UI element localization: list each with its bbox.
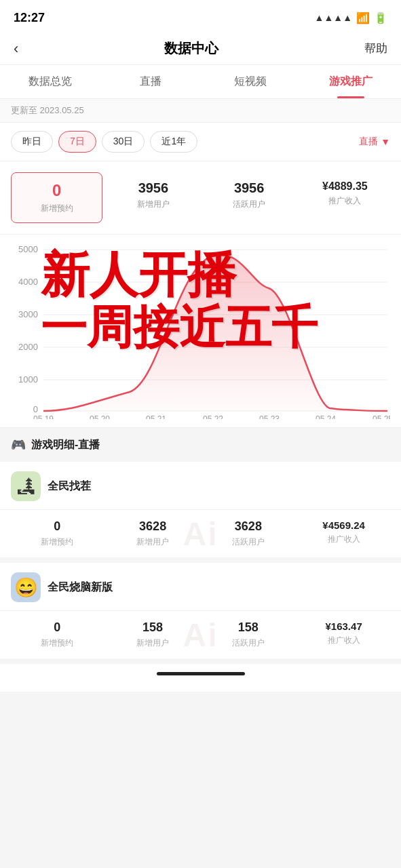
game-stat-1-3: ¥163.47 推广收入: [297, 620, 390, 649]
tab-bar: 数据总览 直播 短视频 游戏推广: [0, 65, 401, 99]
game-header-0: 🏞 全民找茬: [0, 462, 401, 510]
stat-revenue[interactable]: ¥4889.35 推广收入: [300, 172, 390, 223]
header: ‹ 数据中心 帮助: [0, 33, 401, 65]
game-stat-0-0: 0 新增预约: [11, 519, 104, 548]
game-card-1: 😄 全民烧脑新版 0 新增预约 158 新增用户 158 活跃用户 ¥163.4…: [0, 563, 401, 658]
svg-text:5000: 5000: [18, 244, 38, 254]
stats-row: 0 新增预约 3956 新增用户 3956 活跃用户 ¥4889.35 推广收入: [0, 161, 401, 235]
stat-active-users[interactable]: 3956 活跃用户: [204, 172, 294, 223]
game-icon-1: 😄: [11, 572, 41, 602]
game-card-0: 🏞 全民找茬 0 新增预约 3628 新增用户 3628 活跃用户 ¥4569.…: [0, 462, 401, 557]
filter-row: 昨日 7日 30日 近1年 直播 ▼: [0, 123, 401, 161]
wifi-icon: 📶: [356, 12, 370, 24]
tab-game-promotion[interactable]: 游戏推广: [301, 65, 401, 98]
stat-label-new-users: 新增用户: [112, 199, 194, 210]
game-stats-0: 0 新增预约 3628 新增用户 3628 活跃用户 ¥4569.24 推广收入…: [0, 510, 401, 557]
home-indicator: [157, 672, 245, 675]
status-time: 12:27: [14, 11, 45, 25]
game-name-1: 全民烧脑新版: [47, 580, 113, 595]
svg-text:05.22: 05.22: [203, 414, 223, 419]
game-stat-1-1: 158 新增用户: [107, 620, 199, 649]
game-stat-0-2: 3628 活跃用户: [202, 519, 295, 548]
game-icon-0: 🏞: [11, 471, 41, 501]
back-button[interactable]: ‹: [14, 40, 18, 58]
game-stat-1-2: 158 活跃用户: [202, 620, 295, 649]
game-stat-1-0: 0 新增预约: [11, 620, 104, 649]
stat-value-revenue: ¥4889.35: [304, 180, 386, 193]
stat-value-new-users: 3956: [112, 180, 194, 196]
page-title: 数据中心: [164, 39, 218, 58]
game-header-1: 😄 全民烧脑新版: [0, 563, 401, 611]
stat-value-active-users: 3956: [208, 180, 290, 196]
svg-text:0: 0: [33, 404, 38, 414]
game-stat-0-1: 3628 新增用户: [107, 519, 199, 548]
svg-text:1000: 1000: [18, 374, 38, 384]
svg-text:05.19: 05.19: [33, 414, 54, 419]
stat-new-users[interactable]: 3956 新增用户: [108, 172, 198, 223]
help-button[interactable]: 帮助: [364, 41, 387, 56]
tab-live[interactable]: 直播: [100, 65, 201, 98]
stat-label-active-users: 活跃用户: [208, 199, 290, 210]
svg-text:05.21: 05.21: [146, 414, 166, 419]
svg-text:4000: 4000: [18, 277, 38, 287]
signal-icon: ▲▲▲▲: [315, 12, 352, 23]
filter-1year[interactable]: 近1年: [150, 131, 197, 153]
status-icons: ▲▲▲▲ 📶 🔋: [315, 12, 387, 24]
chart-container: 新人开播 一周接近五千 5000 4000 3000 2000 1000 0: [0, 235, 401, 428]
gamepad-icon: 🎮: [11, 437, 26, 452]
bottom-bar: [0, 664, 401, 692]
game-stats-1: 0 新增预约 158 新增用户 158 活跃用户 ¥163.47 推广收入 Ai: [0, 611, 401, 658]
filter-yesterday[interactable]: 昨日: [11, 131, 53, 153]
filter-live-label: 直播: [359, 136, 378, 148]
update-bar: 更新至 2023.05.25: [0, 99, 401, 123]
stat-new-reservation[interactable]: 0 新增预约: [11, 172, 102, 223]
svg-text:05.25: 05.25: [373, 414, 390, 419]
filter-30days[interactable]: 30日: [102, 131, 145, 153]
battery-icon: 🔋: [374, 12, 387, 24]
svg-text:05.20: 05.20: [90, 414, 110, 419]
tab-short-video[interactable]: 短视频: [201, 65, 301, 98]
section-title-game-detail: 🎮 游戏明细-直播: [0, 428, 401, 462]
stat-value-reservation: 0: [16, 181, 98, 200]
tab-data-overview[interactable]: 数据总览: [0, 65, 100, 98]
filter-7days[interactable]: 7日: [58, 131, 96, 153]
chart-svg-wrap: 5000 4000 3000 2000 1000 0: [11, 243, 390, 422]
game-name-0: 全民找茬: [47, 479, 91, 494]
filter-live-dropdown[interactable]: 直播 ▼: [359, 136, 390, 148]
stat-label-reservation: 新增预约: [16, 203, 98, 214]
svg-text:05.24: 05.24: [316, 414, 336, 419]
game-stat-0-3: ¥4569.24 推广收入: [297, 519, 390, 548]
status-bar: 12:27 ▲▲▲▲ 📶 🔋: [0, 0, 401, 33]
svg-text:3000: 3000: [18, 309, 38, 319]
chevron-down-icon: ▼: [381, 136, 390, 147]
svg-text:2000: 2000: [18, 342, 38, 352]
svg-text:05.23: 05.23: [259, 414, 280, 419]
stat-label-revenue: 推广收入: [304, 195, 386, 207]
